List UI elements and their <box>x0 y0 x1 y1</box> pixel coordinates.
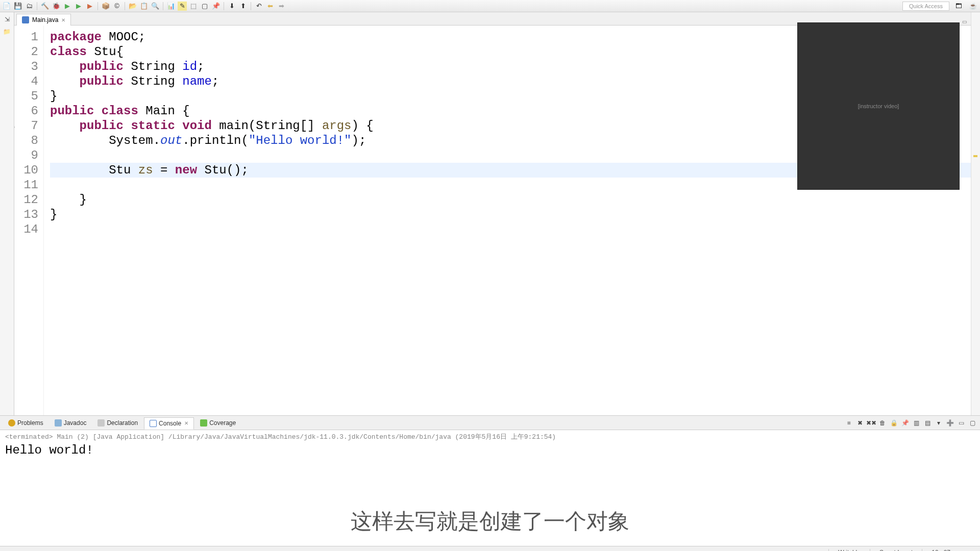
close-icon[interactable]: ✕ <box>184 420 188 426</box>
tab-console[interactable]: Console✕ <box>144 417 194 430</box>
console-process-title: <terminated> Main (2) [Java Application]… <box>5 432 975 441</box>
status-bar: Writable Smart Insert 10 : 27 <box>0 546 980 551</box>
run-icon[interactable]: ▶ <box>63 2 72 11</box>
toggle-icon[interactable]: ⬚ <box>189 2 198 11</box>
separator <box>125 2 125 10</box>
pkg-explorer-icon[interactable]: 📁 <box>3 28 11 36</box>
new-class-icon[interactable]: © <box>112 2 121 11</box>
new-icon[interactable]: 📄 <box>2 2 11 11</box>
overview-ruler <box>971 12 980 415</box>
panel-tab-bar: Problems Javadoc Declaration Console✕ Co… <box>0 416 980 430</box>
tab-title: Main.java <box>32 16 58 23</box>
prev-ann-icon[interactable]: ⬆ <box>238 2 248 11</box>
new-console-icon[interactable]: ➕ <box>945 418 954 428</box>
ext-tools-icon[interactable]: ▶ <box>85 2 94 11</box>
tab-javadoc[interactable]: Javadoc <box>50 417 92 429</box>
terminate-icon[interactable]: ■ <box>844 418 853 428</box>
max-icon[interactable]: ▢ <box>968 418 977 428</box>
separator <box>224 2 224 10</box>
open-task-icon[interactable]: 📋 <box>139 2 149 11</box>
open-type-icon[interactable]: 📂 <box>128 2 137 11</box>
status-position: 10 : 27 <box>922 549 960 552</box>
tab-declaration[interactable]: Declaration <box>92 417 143 429</box>
close-icon[interactable]: ✕ <box>61 17 65 23</box>
min-icon[interactable]: ▭ <box>957 418 966 428</box>
scroll-lock-icon[interactable]: 🔒 <box>889 418 898 428</box>
console-icon <box>150 420 157 427</box>
open-console-icon[interactable]: ▾ <box>934 418 943 428</box>
bottom-panel: Problems Javadoc Declaration Console✕ Co… <box>0 415 980 546</box>
status-insert: Smart Insert <box>870 549 922 552</box>
pin-console-icon[interactable]: 📌 <box>900 418 910 428</box>
debug-icon[interactable]: 🐞 <box>52 2 61 11</box>
console-body: <terminated> Main (2) [Java Application]… <box>0 430 980 546</box>
editor-tab-main[interactable]: Main.java ✕ <box>16 14 71 26</box>
separator <box>251 2 251 10</box>
toggle2-icon[interactable]: ▢ <box>200 2 209 11</box>
last-edit-icon[interactable]: ↶ <box>254 2 263 11</box>
java-perspective-icon[interactable]: ☕ <box>968 1 978 11</box>
console-toolbar: ■ ✖ ✖✖ 🗑 🔒 📌 ▥ ▤ ▾ ➕ ▭ ▢ <box>844 418 977 428</box>
line-gutter: 1234567891011121314 <box>14 26 44 415</box>
coverage-icon <box>200 419 207 427</box>
pin-icon[interactable]: 📌 <box>211 2 220 11</box>
show-console-icon[interactable]: ▥ <box>912 418 921 428</box>
tab-problems[interactable]: Problems <box>3 417 48 429</box>
status-writable: Writable <box>828 549 870 552</box>
javadoc-icon <box>55 419 62 427</box>
coverage-icon[interactable]: ▶ <box>74 2 83 11</box>
minimize-icon[interactable]: ▭ <box>961 18 968 25</box>
remove-all-icon[interactable]: ✖✖ <box>867 418 876 428</box>
save-all-icon[interactable]: 🗂 <box>24 2 34 11</box>
new-pkg-icon[interactable]: 📦 <box>101 2 110 11</box>
separator <box>37 2 37 10</box>
quick-access-input[interactable]: Quick Access <box>902 2 949 11</box>
remove-icon[interactable]: ✖ <box>855 418 865 428</box>
warning-marker[interactable] <box>973 155 977 157</box>
separator <box>97 2 98 10</box>
perspective-icon[interactable]: 🗔 <box>953 1 964 11</box>
declaration-icon <box>97 419 105 427</box>
tab-coverage[interactable]: Coverage <box>195 417 241 429</box>
problems-icon <box>8 419 15 427</box>
separator <box>163 2 163 10</box>
java-file-icon <box>22 16 29 23</box>
save-icon[interactable]: 💾 <box>13 2 22 11</box>
console-output: Hello world! <box>5 443 975 457</box>
left-rail: ⇲ 📁 <box>0 12 14 415</box>
main-toolbar: 📄 💾 🗂 🔨 🐞 ▶ ▶ ▶ 📦 © 📂 📋 🔍 📊 ✎ ⬚ ▢ 📌 ⬇ ⬆ … <box>0 0 980 12</box>
show-console2-icon[interactable]: ▤ <box>923 418 932 428</box>
search-icon[interactable]: 🔍 <box>151 2 160 11</box>
mark-icon[interactable]: ✎ <box>178 2 187 11</box>
build-icon[interactable]: 🔨 <box>40 2 50 11</box>
clear-icon[interactable]: 🗑 <box>878 418 887 428</box>
back-icon[interactable]: ⬅ <box>265 2 275 11</box>
outline-icon[interactable]: 📊 <box>166 2 176 11</box>
next-ann-icon[interactable]: ⬇ <box>227 2 236 11</box>
instructor-video-overlay: [instructor video] <box>797 22 960 190</box>
forward-icon[interactable]: ➡ <box>277 2 286 11</box>
restore-icon[interactable]: ⇲ <box>3 15 11 23</box>
